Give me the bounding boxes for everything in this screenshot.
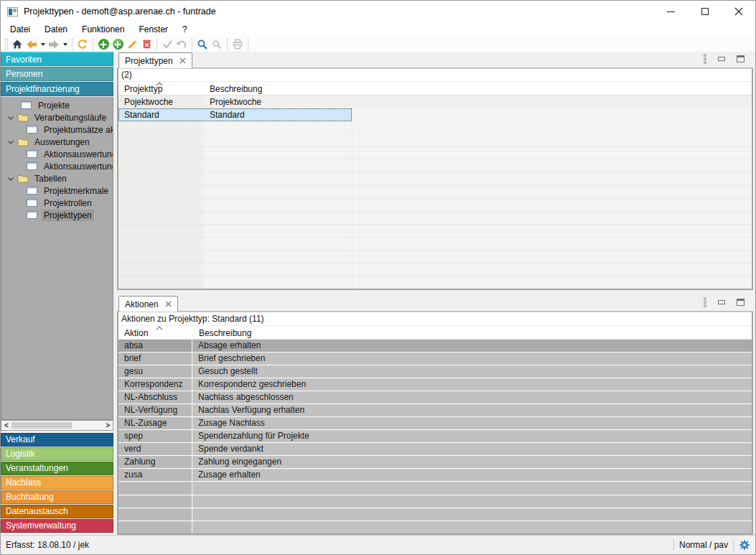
table-row[interactable]: Pojektwoche Projektwoche [118,95,752,108]
sidebar-section-nachlass[interactable]: Nachlass [1,476,113,490]
window-title: Projekttypen - demoft@asp.arenae.ch - fu… [24,6,216,17]
column-header-projekttyp[interactable]: Projekttyp [118,82,204,95]
tree-item-aktionsauswertung-1[interactable]: Aktionsauswertung [1,148,113,160]
panel-minimize-icon[interactable] [718,57,725,61]
document-icon [27,150,37,158]
sort-ascending-icon [156,326,163,330]
sidebar-section-systemverwaltung[interactable]: Systemverwaltung [1,519,113,533]
column-header-aktion[interactable]: Aktion [118,326,193,339]
home-button[interactable] [10,37,24,52]
chevron-down-icon [6,138,15,146]
check-icon [162,39,173,49]
menu-fenster[interactable]: Fenster [131,23,175,36]
tab-aktionen[interactable]: Aktionen [118,296,178,312]
panel-maximize-icon[interactable] [737,55,745,62]
folder-icon [17,137,29,146]
undo-button[interactable] [174,37,189,52]
aktionen-table-panel: Aktionen zu Projekttyp: Standard (11) Ak… [117,312,753,535]
menu-daten[interactable]: Daten [37,23,75,36]
action-row[interactable]: NL-Verfügung Nachlas Verfügung erhalten [118,404,752,417]
action-row[interactable]: spep Spendenzahlung für Projekte [118,430,752,443]
document-icon [27,162,37,170]
sidebar-section-buchhaltung[interactable]: Buchhaltung [1,490,113,504]
search-icon [197,39,208,50]
sidebar-section-projektfinanzierung[interactable]: Projektfinanzierung [1,82,113,96]
table-row-selected[interactable]: Standard Standard [118,108,352,121]
delete-button[interactable] [139,37,154,52]
close-button[interactable] [722,1,755,22]
sidebar-section-favoriten[interactable]: Favoriten [1,52,113,66]
tree-item-projektmerkmale[interactable]: Projektmerkmale [1,185,113,197]
toolbar-separator [248,39,248,50]
action-row[interactable]: brief Brief geschrieben [118,353,752,365]
search-secondary-button[interactable] [210,37,224,52]
sidebar-section-datenaustausch[interactable]: Datenaustausch [1,505,113,518]
sidebar-section-veranstaltungen[interactable]: Veranstaltungen [1,462,113,475]
tree-item-aktionsauswertung-2[interactable]: Aktionsauswertung [1,160,113,172]
search-button[interactable] [195,37,210,52]
document-icon [21,101,32,109]
tree-folder-verarbeitungslaeufe[interactable]: Verarbeitungsläufe [1,111,113,123]
maximize-icon [701,8,709,15]
add-icon [98,39,109,50]
tree-item-projektumsaetze[interactable]: Projektumsätze aktual [1,123,113,136]
forward-dropdown-button[interactable] [61,37,69,52]
tree-folder-tabellen[interactable]: Tabellen [1,172,113,185]
title-bar: Projekttypen - demoft@asp.arenae.ch - fu… [1,1,755,22]
status-bar: Erfasst: 18.08.10 / jek Normal / pav [1,535,755,554]
maximize-button[interactable] [688,1,722,22]
tab-close-icon[interactable] [165,301,172,307]
action-row[interactable]: verd Spende verdankt [118,443,752,456]
panel-menu-icon[interactable] [704,297,706,307]
panel-maximize-icon[interactable] [737,299,745,306]
sidebar-section-personen[interactable]: Personen [1,67,113,81]
menu-help[interactable]: ? [175,23,195,36]
status-mode-text: Normal / pav [679,540,728,550]
action-row-selected[interactable]: absa Absage erhalten [118,340,752,353]
refresh-button[interactable] [75,37,90,52]
sidebar-horizontal-scrollbar[interactable]: < > [1,420,113,431]
chevron-down-icon [6,113,15,122]
menu-datei[interactable]: Datei [3,23,37,36]
back-dropdown-button[interactable] [39,37,47,52]
document-icon [27,211,37,219]
tab-close-icon[interactable] [179,57,186,64]
menu-funktionen[interactable]: Funktionen [75,23,131,36]
actions-info-text: Aktionen zu Projekttyp: Standard (11) [118,312,752,325]
toolbar-grip[interactable] [5,39,8,50]
forward-button[interactable] [47,37,61,52]
toolbar [1,36,755,52]
folder-icon [17,174,29,183]
empty-rows-area [118,121,752,289]
tree-item-projektrollen[interactable]: Projektrollen [1,197,113,209]
back-button[interactable] [24,37,39,52]
action-row[interactable]: Zahlung Zahlung eingegangen [118,456,752,469]
column-header-beschreibung[interactable]: Beschreibung [193,326,752,339]
tree-folder-auswertungen[interactable]: Auswertungen [1,136,113,148]
add-alternate-button[interactable] [111,37,125,52]
tree-item-projekttypen[interactable]: Projekttypen [1,209,113,221]
scrollbar-thumb[interactable] [11,422,72,429]
scroll-left-arrow[interactable]: < [4,421,9,429]
edit-button[interactable] [125,37,139,52]
column-header-beschreibung[interactable]: Beschreibung [204,82,352,95]
action-row[interactable]: NL-Abschluss Nachlass abgeschlossen [118,391,752,404]
minimize-button[interactable] [654,1,688,22]
print-button[interactable] [230,37,245,52]
sidebar-section-logistik[interactable]: Logistik [1,447,113,461]
scroll-right-arrow[interactable]: > [106,421,110,429]
action-row[interactable]: zusa Zusage erhalten [118,469,752,482]
panel-menu-icon[interactable] [704,54,706,64]
toolbar-separator [192,39,192,50]
action-row[interactable]: Korrespondenz Korrespondenz geschrieben [118,378,752,391]
add-button[interactable] [96,37,111,52]
panel-minimize-icon[interactable] [718,300,725,304]
action-row[interactable]: NL-Zusage Zusage Nachlass [118,417,752,430]
tree-item-projekte[interactable]: Projekte [1,99,113,111]
projekttypen-table-panel: (2) Projekttyp Beschreibung Pojektwoche … [117,68,753,290]
settings-gear-icon[interactable] [739,539,750,551]
sidebar-section-verkauf[interactable]: Verkauf [1,433,113,447]
action-row[interactable]: gesu Gesuch gestellt [118,365,752,378]
confirm-button[interactable] [160,37,174,52]
tab-projekttypen[interactable]: Projekttypen [118,52,192,68]
